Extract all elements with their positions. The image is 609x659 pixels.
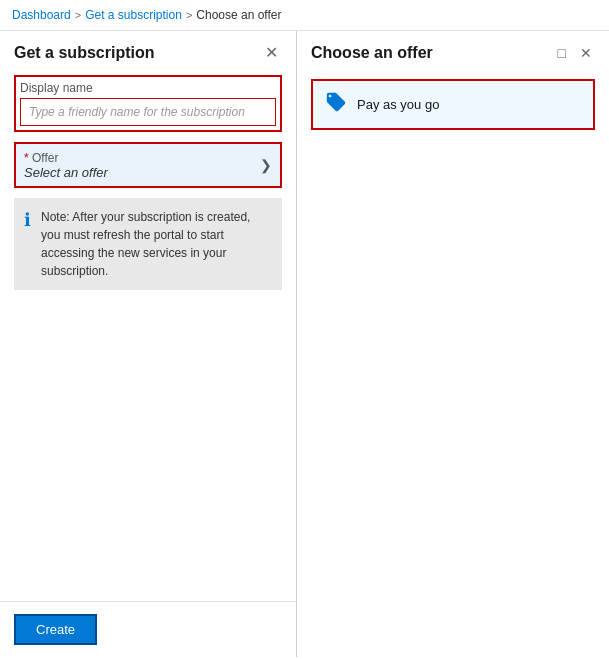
create-button[interactable]: Create — [14, 614, 97, 645]
info-text: Note: After your subscription is created… — [41, 208, 272, 280]
display-name-label: Display name — [20, 81, 276, 95]
offer-label-line: * Offer — [24, 150, 108, 165]
right-panel-close-button[interactable]: ✕ — [577, 43, 595, 63]
info-box: ℹ Note: After your subscription is creat… — [14, 198, 282, 290]
left-panel: Get a subscription ✕ Display name * Offe… — [0, 31, 297, 657]
main-container: Get a subscription ✕ Display name * Offe… — [0, 31, 609, 657]
breadcrumb-sep-1: > — [75, 9, 81, 21]
pay-as-you-go-offer-item[interactable]: Pay as you go — [311, 79, 595, 130]
breadcrumb-dashboard[interactable]: Dashboard — [12, 8, 71, 22]
offer-value: Select an offer — [24, 165, 108, 180]
price-tag-icon — [325, 91, 347, 118]
maximize-button[interactable]: □ — [555, 43, 569, 63]
right-panel-content: Pay as you go — [297, 71, 609, 138]
left-panel-title: Get a subscription — [14, 44, 154, 62]
right-panel-header-icons: □ ✕ — [555, 43, 595, 63]
left-panel-close-button[interactable]: ✕ — [261, 43, 282, 63]
offer-required-mark: * — [24, 151, 32, 165]
info-icon: ℹ — [24, 209, 31, 280]
breadcrumb-current: Choose an offer — [196, 8, 281, 22]
display-name-group: Display name — [14, 75, 282, 132]
right-panel-title: Choose an offer — [311, 44, 433, 62]
breadcrumb-get-subscription[interactable]: Get a subscription — [85, 8, 182, 22]
display-name-input[interactable] — [20, 98, 276, 126]
offer-label-group: * Offer Select an offer — [24, 150, 108, 180]
offer-selector[interactable]: * Offer Select an offer ❯ — [14, 142, 282, 188]
left-panel-footer: Create — [0, 601, 296, 657]
offer-chevron-icon: ❯ — [260, 157, 272, 173]
left-panel-content: Display name * Offer Select an offer ❯ ℹ… — [0, 71, 296, 601]
breadcrumb-sep-2: > — [186, 9, 192, 21]
offer-item-label: Pay as you go — [357, 97, 439, 112]
right-panel-header: Choose an offer □ ✕ — [297, 31, 609, 71]
offer-label-text: Offer — [32, 151, 58, 165]
breadcrumb: Dashboard > Get a subscription > Choose … — [0, 0, 609, 31]
right-panel: Choose an offer □ ✕ Pay as you go — [297, 31, 609, 657]
left-panel-header: Get a subscription ✕ — [0, 31, 296, 71]
